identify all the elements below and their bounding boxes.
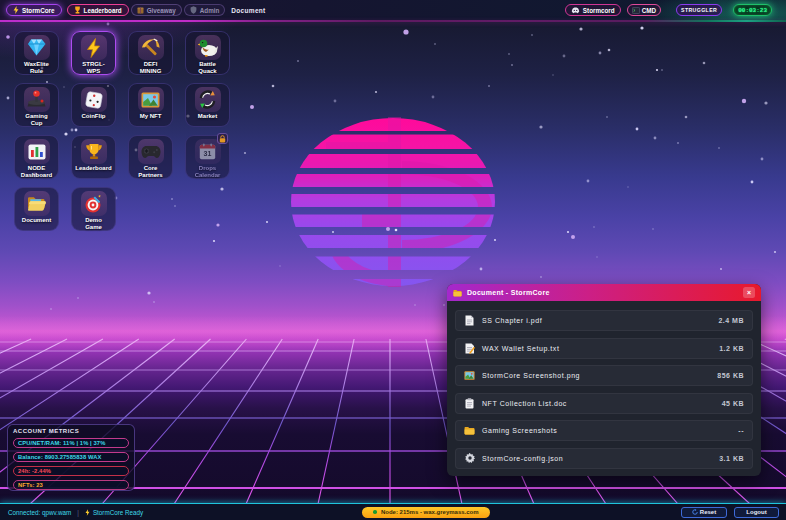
svg-text:31: 31 [204,150,212,157]
